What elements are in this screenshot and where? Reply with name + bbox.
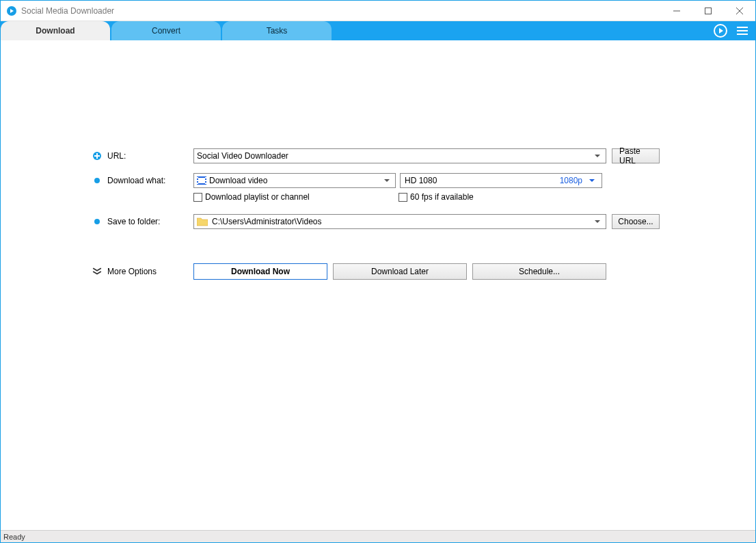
chevron-down-icon	[592, 153, 603, 159]
url-value: Social Video Downloader	[197, 151, 592, 161]
download-now-label: Download Now	[231, 267, 290, 276]
film-icon	[197, 176, 206, 185]
chevron-down-icon	[586, 178, 597, 183]
schedule-label: Schedule...	[519, 267, 560, 276]
choose-folder-label: Choose...	[618, 217, 653, 226]
chevron-down-icon	[592, 219, 603, 224]
bullet-icon	[92, 217, 102, 226]
tab-tasks-label: Tasks	[267, 26, 288, 36]
checkbox-icon	[193, 193, 202, 202]
playlist-checkbox-wrap[interactable]: Download playlist or channel	[193, 192, 399, 202]
tab-convert-label: Convert	[152, 26, 180, 36]
window-title: Social Media Downloader	[21, 6, 114, 16]
folder-row: Save to folder: C:\Users\Administrator\V…	[92, 214, 660, 229]
titlebar: Social Media Downloader	[1, 1, 755, 21]
folder-label: Save to folder:	[107, 217, 193, 226]
svg-rect-15	[197, 177, 198, 178]
schedule-button[interactable]: Schedule...	[472, 263, 606, 280]
url-input[interactable]: Social Video Downloader	[193, 148, 606, 163]
play-circle-icon[interactable]	[713, 23, 728, 38]
more-options-label[interactable]: More Options	[107, 267, 193, 276]
more-options-row: More Options Download Now Download Later…	[92, 263, 660, 280]
tab-download-label: Download	[36, 26, 75, 36]
svg-rect-20	[205, 183, 206, 184]
folder-select[interactable]: C:\Users\Administrator\Videos	[193, 214, 606, 229]
tab-convert[interactable]: Convert	[111, 21, 221, 40]
svg-rect-14	[198, 178, 205, 183]
plus-circle-icon	[92, 151, 102, 161]
maximize-button[interactable]	[692, 1, 724, 21]
tabbar: Download Convert Tasks	[1, 21, 755, 40]
choose-folder-button[interactable]: Choose...	[612, 214, 660, 229]
menu-icon[interactable]	[735, 23, 750, 38]
content-area: URL: Social Video Downloader Paste URL	[1, 40, 755, 530]
paste-url-button[interactable]: Paste URL	[612, 148, 660, 163]
download-now-button[interactable]: Download Now	[193, 263, 327, 280]
svg-rect-2	[705, 8, 712, 14]
folder-value: C:\Users\Administrator\Videos	[212, 217, 592, 226]
download-type-select[interactable]: Download video	[193, 173, 396, 188]
download-form: URL: Social Video Downloader Paste URL	[92, 148, 660, 289]
playlist-checkbox-label: Download playlist or channel	[205, 192, 310, 202]
svg-rect-16	[197, 180, 198, 181]
fps-checkbox-label: 60 fps if available	[410, 192, 474, 202]
svg-rect-18	[205, 177, 206, 178]
minimize-button[interactable]	[661, 1, 692, 21]
statusbar: Ready	[1, 530, 755, 542]
checkbox-row: Download playlist or channel 60 fps if a…	[92, 189, 660, 202]
download-what-row: Download what: Download video HD 1080 10	[92, 173, 660, 188]
tab-download[interactable]: Download	[1, 21, 110, 40]
double-chevron-down-icon[interactable]	[92, 267, 102, 276]
svg-rect-17	[197, 183, 198, 184]
chevron-down-icon	[381, 178, 392, 183]
quality-tag: 1080p	[560, 176, 582, 185]
svg-point-12	[94, 178, 100, 183]
fps-checkbox-wrap[interactable]: 60 fps if available	[399, 192, 604, 202]
status-text: Ready	[3, 533, 25, 541]
app-icon	[6, 5, 17, 16]
paste-url-label: Paste URL	[619, 146, 652, 165]
tab-tasks[interactable]: Tasks	[222, 21, 332, 40]
url-label: URL:	[107, 151, 193, 161]
download-later-label: Download Later	[371, 267, 429, 276]
bullet-icon	[92, 176, 102, 185]
download-later-button[interactable]: Download Later	[333, 263, 467, 280]
svg-rect-19	[205, 180, 206, 181]
checkbox-icon	[399, 193, 407, 202]
svg-point-21	[94, 219, 100, 224]
download-what-label: Download what:	[107, 176, 193, 185]
download-type-value: Download video	[209, 176, 381, 185]
app-window: Social Media Downloader Download Convert…	[0, 0, 756, 543]
close-button[interactable]	[724, 1, 755, 21]
url-row: URL: Social Video Downloader Paste URL	[92, 148, 660, 163]
quality-value: HD 1080	[405, 176, 560, 185]
quality-select[interactable]: HD 1080 1080p	[400, 173, 602, 188]
folder-icon	[197, 217, 208, 226]
